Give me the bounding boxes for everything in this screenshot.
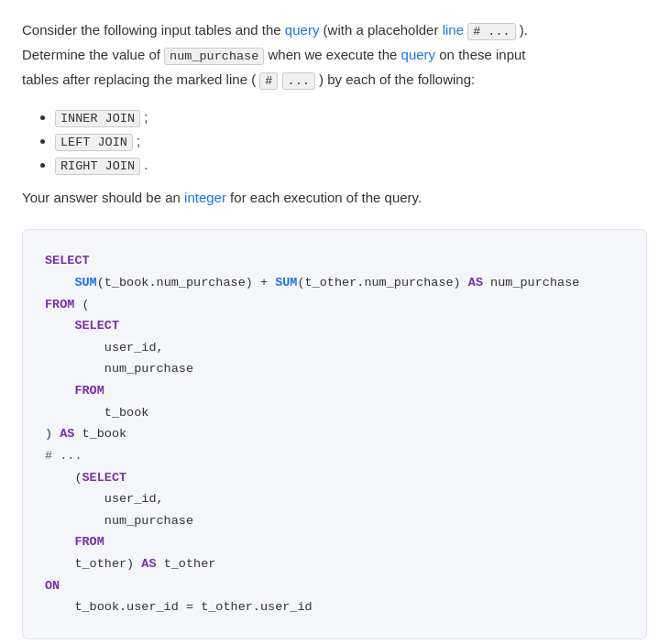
list-item-right-join: RIGHT JOIN . — [55, 157, 647, 173]
highlight-integer: integer — [184, 190, 226, 205]
code-line-15: t_other) AS t_other — [45, 553, 624, 575]
code-line-11: (SELECT — [45, 467, 624, 489]
join-list: INNER JOIN ; LEFT JOIN ; RIGHT JOIN . — [55, 109, 647, 173]
code-line-6: num_purchase — [45, 358, 624, 380]
code-line-10: # ... — [45, 445, 624, 467]
intro-paragraph: Consider the following input tables and … — [22, 18, 647, 93]
code-line-14: FROM — [45, 531, 624, 553]
right-join-code: RIGHT JOIN — [55, 158, 140, 175]
highlight-query2: query — [401, 47, 436, 62]
list-item-left-join: LEFT JOIN ; — [55, 133, 647, 149]
code-line-1: SELECT — [45, 250, 624, 272]
hash-code: # — [259, 72, 278, 90]
placeholder-code: # ... — [467, 23, 516, 40]
highlight-query: query — [285, 22, 320, 38]
highlight-line: line — [443, 22, 464, 38]
left-join-code: LEFT JOIN — [55, 134, 133, 151]
code-line-12: user_id, — [45, 488, 624, 510]
right-join-suffix: . — [140, 157, 148, 172]
code-line-9: ) AS t_book — [45, 423, 624, 445]
code-line-17: t_book.user_id = t_other.user_id — [45, 596, 624, 618]
inner-join-code: INNER JOIN — [55, 110, 140, 127]
code-line-5: user_id, — [45, 337, 624, 359]
num-purchase-code: num_purchase — [164, 48, 264, 65]
code-line-4: SELECT — [45, 315, 624, 337]
list-item-inner-join: INNER JOIN ; — [55, 109, 647, 126]
code-line-2: SUM(t_book.num_purchase) + SUM(t_other.n… — [45, 272, 624, 294]
inner-join-suffix: ; — [140, 109, 148, 125]
answer-paragraph: Your answer should be an integer for eac… — [22, 186, 647, 210]
intro-line-1: Consider the following input tables and … — [22, 18, 647, 93]
code-line-3: FROM ( — [45, 294, 624, 316]
code-line-8: t_book — [45, 402, 624, 424]
left-join-suffix: ; — [133, 133, 140, 148]
code-line-13: num_purchase — [45, 510, 624, 532]
code-line-16: ON — [45, 575, 624, 597]
code-block: SELECT SUM(t_book.num_purchase) + SUM(t_… — [22, 229, 647, 639]
dots-code: ... — [282, 72, 315, 90]
code-line-7: FROM — [45, 380, 624, 402]
